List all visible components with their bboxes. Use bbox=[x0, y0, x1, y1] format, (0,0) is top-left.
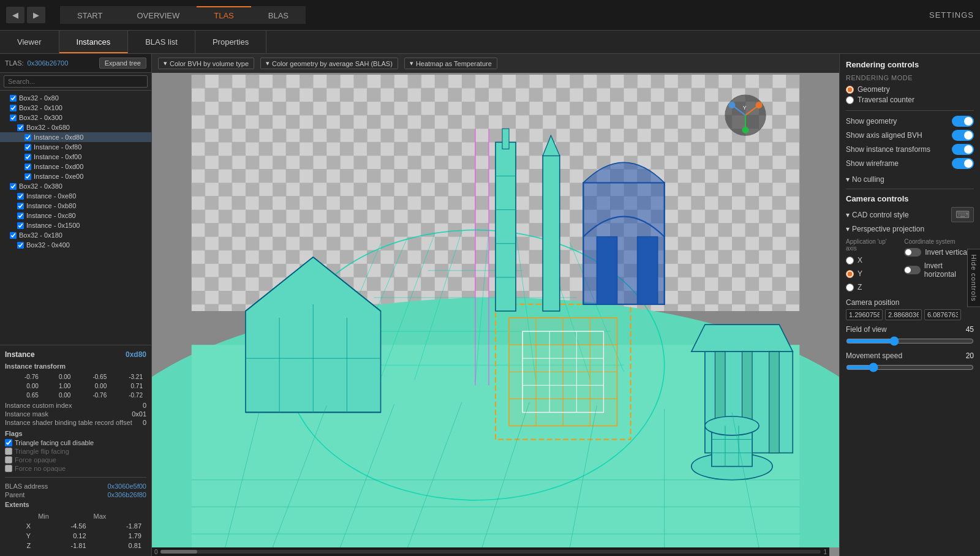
show-geometry-toggle[interactable] bbox=[952, 116, 974, 127]
tree-checkbox[interactable] bbox=[10, 115, 17, 121]
subtab-properties[interactable]: Properties bbox=[195, 31, 266, 53]
axis-z-radio[interactable] bbox=[846, 284, 854, 291]
tab-tlas[interactable]: TLAS bbox=[197, 6, 251, 24]
camera-pos-y[interactable] bbox=[885, 309, 922, 320]
scroll-thumb[interactable] bbox=[160, 550, 197, 554]
transform-title: Instance transform bbox=[5, 363, 146, 370]
tree-checkbox[interactable] bbox=[24, 144, 31, 151]
tree-checkbox[interactable] bbox=[17, 193, 24, 200]
subtab-blas-list[interactable]: BLAS list bbox=[128, 31, 195, 53]
chevron-down-icon: ▾ bbox=[846, 211, 850, 219]
subtab-instances[interactable]: Instances bbox=[59, 31, 129, 53]
fov-slider[interactable] bbox=[846, 336, 974, 346]
tree-item[interactable]: Box32 - 0x100 bbox=[0, 103, 151, 113]
svg-marker-42 bbox=[692, 325, 793, 351]
tab-blas[interactable]: BLAS bbox=[251, 6, 306, 24]
camera-position-title: Camera position ↺ bbox=[846, 298, 974, 307]
tree-item-selected[interactable]: Instance - 0xd80 bbox=[0, 132, 151, 142]
up-axis-title: Application 'up' axis bbox=[846, 238, 897, 252]
tree-checkbox[interactable] bbox=[10, 95, 17, 102]
search-input[interactable] bbox=[4, 75, 148, 88]
tree-item[interactable]: Box32 - 0x680 bbox=[0, 122, 151, 132]
tab-overview[interactable]: OVERVIEW bbox=[119, 6, 197, 24]
control-style-row[interactable]: ▾ CAD control style ⌨ bbox=[846, 207, 974, 222]
tree-checkbox[interactable] bbox=[17, 203, 24, 209]
tree-item-label: Box32 - 0x380 bbox=[19, 182, 62, 190]
flag-label: Triangle facing cull disable bbox=[15, 439, 94, 446]
tree-checkbox[interactable] bbox=[24, 163, 31, 170]
viewport[interactable]: ▾ Color BVH by volume type ▾ Color geome… bbox=[152, 54, 839, 556]
expand-tree-button[interactable]: Expand tree bbox=[99, 58, 146, 69]
tree-checkbox[interactable] bbox=[24, 173, 31, 180]
tree-checkbox[interactable] bbox=[17, 222, 24, 229]
tree-item[interactable]: Instance - 0xf80 bbox=[0, 142, 151, 152]
camera-pos-z[interactable] bbox=[924, 309, 961, 320]
tree-checkbox[interactable] bbox=[10, 232, 17, 239]
tree-checkbox[interactable] bbox=[10, 105, 17, 111]
control-style-label: CAD control style bbox=[852, 211, 909, 219]
parent-val[interactable]: 0x306b26f80 bbox=[107, 491, 146, 498]
subtab-viewer[interactable]: Viewer bbox=[0, 31, 59, 53]
tree-item[interactable]: Box32 - 0x400 bbox=[0, 240, 151, 250]
parent-label: Parent bbox=[5, 491, 24, 498]
mode-traversal-row[interactable]: Traversal counter bbox=[846, 96, 974, 104]
tree-item[interactable]: Instance - 0xe80 bbox=[0, 191, 151, 201]
color-geo-button[interactable]: ▾ Color geometry by average SAH (BLAS) bbox=[260, 58, 398, 69]
tree-item[interactable]: Instance - 0x1500 bbox=[0, 220, 151, 230]
tree-checkbox[interactable] bbox=[17, 124, 24, 131]
svg-rect-53 bbox=[496, 142, 516, 311]
tree-checkbox[interactable] bbox=[24, 134, 31, 141]
tree-checkbox[interactable] bbox=[24, 154, 31, 160]
axis-z-row[interactable]: Z bbox=[846, 283, 897, 291]
tree-checkbox[interactable] bbox=[17, 242, 24, 249]
show-instance-transforms-toggle[interactable] bbox=[952, 144, 974, 155]
invert-horizontal-toggle[interactable] bbox=[904, 266, 921, 274]
hide-controls-tab[interactable]: Hide controls bbox=[967, 249, 980, 307]
tree-checkbox[interactable] bbox=[17, 212, 24, 219]
tree-item[interactable]: Box32 - 0x380 bbox=[0, 181, 151, 191]
movement-speed-label: Movement speed bbox=[846, 351, 902, 360]
axis-y-radio[interactable] bbox=[846, 270, 854, 278]
flag-item[interactable]: Triangle facing cull disable bbox=[5, 439, 146, 446]
axis-col: Application 'up' axis X Y Z bbox=[846, 238, 897, 293]
tree-item[interactable]: Instance - 0xd00 bbox=[0, 162, 151, 171]
movement-speed-slider[interactable] bbox=[846, 363, 974, 372]
show-wireframe-toggle[interactable] bbox=[952, 158, 974, 169]
extents-x-max: -1.87 bbox=[91, 522, 145, 530]
back-button[interactable]: ◀ bbox=[6, 7, 24, 23]
tree-item-label: Box32 - 0x680 bbox=[26, 124, 70, 131]
tree-item[interactable]: Instance - 0xc80 bbox=[0, 211, 151, 220]
tree-item[interactable]: Box32 - 0x300 bbox=[0, 113, 151, 122]
flag-checkbox bbox=[5, 465, 12, 472]
tab-start[interactable]: START bbox=[60, 6, 119, 24]
axis-x-row[interactable]: X bbox=[846, 256, 897, 265]
axis-x-radio[interactable] bbox=[846, 257, 854, 265]
camera-pos-x[interactable] bbox=[846, 309, 883, 320]
axis-y-row[interactable]: Y bbox=[846, 269, 897, 278]
mode-traversal-radio[interactable] bbox=[846, 96, 854, 104]
scrollbar-horizontal[interactable]: 0 1 bbox=[152, 547, 829, 556]
invert-vertical-toggle[interactable] bbox=[904, 248, 921, 257]
culling-row[interactable]: ▾ No culling bbox=[846, 175, 974, 184]
projection-row[interactable]: ▾ Perspective projection bbox=[846, 225, 974, 233]
tree-item[interactable]: Instance - 0xb80 bbox=[0, 201, 151, 211]
tree-checkbox[interactable] bbox=[10, 183, 17, 190]
keyboard-icon[interactable]: ⌨ bbox=[951, 207, 974, 222]
axis-y-label: Y bbox=[858, 269, 862, 278]
flag-label: Force opaque bbox=[15, 456, 56, 464]
movement-speed-value: 20 bbox=[966, 351, 974, 360]
blas-address-val[interactable]: 0x3060e5f00 bbox=[107, 483, 146, 490]
mode-geometry-radio[interactable] bbox=[846, 86, 854, 94]
tree-item[interactable]: Instance - 0xf00 bbox=[0, 152, 151, 162]
show-bvh-toggle[interactable] bbox=[952, 130, 974, 141]
flag-checkbox[interactable] bbox=[5, 439, 12, 446]
mode-geometry-row[interactable]: Geometry bbox=[846, 85, 974, 94]
tree-item[interactable]: Instance - 0xe00 bbox=[0, 171, 151, 181]
settings-button[interactable]: SETTINGS bbox=[929, 10, 974, 20]
heatmap-button[interactable]: ▾ Heatmap as Temperature bbox=[404, 58, 497, 69]
flag-checkbox bbox=[5, 456, 12, 464]
forward-button[interactable]: ▶ bbox=[27, 7, 45, 23]
tree-item[interactable]: Box32 - 0x80 bbox=[0, 93, 151, 103]
tree-item[interactable]: Box32 - 0x180 bbox=[0, 230, 151, 240]
color-bvh-button[interactable]: ▾ Color BVH by volume type bbox=[158, 58, 254, 69]
